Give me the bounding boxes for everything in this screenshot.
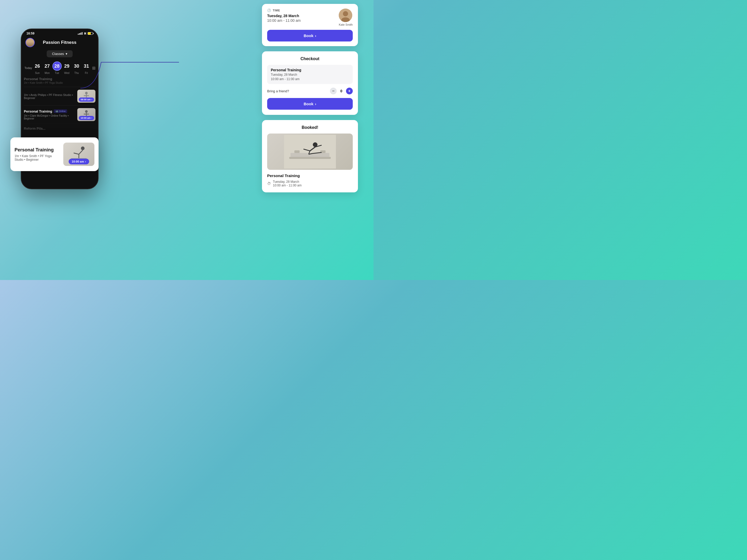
class-thumbnail: 10:00 am ›: [77, 108, 96, 121]
classes-dropdown[interactable]: Classes ▾: [47, 50, 73, 57]
svg-point-0: [85, 92, 88, 95]
svg-rect-21: [290, 153, 329, 157]
class-name: Personal Training: [24, 109, 52, 113]
expanded-class-time: 10:00 am: [72, 160, 84, 163]
trainer-name: Kate Smith: [339, 23, 353, 26]
app-title: Passion Fitness: [37, 40, 82, 45]
svg-point-8: [81, 146, 84, 150]
expanded-thumbnail: 10:00 am ›: [63, 142, 95, 166]
cal-day-28[interactable]: 28 Tue: [52, 61, 62, 74]
cal-day-29[interactable]: 29 Wed: [62, 61, 71, 74]
class-time: 10:00 am: [81, 117, 91, 119]
cal-day-num-28: 28: [52, 61, 62, 71]
booked-class-name: Personal Training: [267, 174, 353, 178]
svg-line-9: [79, 150, 83, 154]
increment-button[interactable]: +: [346, 88, 353, 95]
right-panels: 🕐 TIME Tuesday, 28 March 10:00 am - 11:0…: [262, 4, 358, 192]
class-list: Personal Training 1hr • Kate Smith • PF …: [21, 76, 98, 133]
cal-day-30[interactable]: 30 Thu: [72, 61, 81, 74]
expanded-class-title: Personal Training: [15, 147, 60, 153]
booked-hours: 10:00 am - 11:00 am: [273, 184, 302, 187]
time-date: Tuesday, 28 March: [267, 14, 301, 18]
class-details: 1hr • Kate Smith • PF Yoga Studio: [24, 81, 96, 84]
cal-day-label-26: Sun: [35, 72, 40, 74]
cal-day-label-31: Fri: [85, 72, 88, 74]
booked-date: Tuesday, 28 March: [273, 180, 302, 184]
class-name: Personal Training: [24, 77, 96, 81]
time-label: 🕐 TIME: [267, 8, 301, 12]
chevron-right-icon: ›: [91, 98, 92, 101]
booked-time-row: ⏱ Tuesday, 28 March 10:00 am - 11:00 am: [267, 180, 353, 187]
list-item[interactable]: Reform Pila...: [24, 124, 96, 133]
calendar-strip: Today 26 Sun 27 Mon 28 Tue 29 Wed 30 Thu: [21, 60, 98, 76]
wifi-icon: ⌘: [84, 32, 86, 35]
booked-image: [267, 134, 353, 170]
trainer-avatar: [339, 8, 352, 22]
checkout-item-date: Tuesday, 28 March: [271, 73, 349, 77]
checkout-item-name: Personal Training: [271, 68, 349, 72]
class-time: 08:00 am: [81, 98, 91, 101]
checkout-card: Checkout Personal Training Tuesday, 28 M…: [262, 51, 358, 115]
expanded-class-card[interactable]: Personal Training 1hr • Kate Smith • PF …: [10, 137, 99, 171]
status-bar: 16:59 ⌘: [21, 29, 98, 36]
battery-icon: [88, 32, 93, 35]
time-card-header: 🕐 TIME Tuesday, 28 March 10:00 am - 11:0…: [267, 8, 353, 26]
today-label: Today: [24, 66, 33, 70]
svg-rect-20: [289, 157, 331, 159]
time-label-text: TIME: [273, 9, 280, 12]
online-label: Online: [59, 110, 66, 112]
class-info: Personal Training 1hr • Kate Smith • PF …: [24, 77, 96, 84]
checkout-title: Checkout: [267, 56, 353, 61]
online-badge: 📹 Online: [54, 109, 67, 113]
svg-point-5: [85, 110, 88, 113]
clock-icon: ⏱: [267, 182, 271, 186]
checkout-item: Personal Training Tuesday, 28 March 10:0…: [267, 65, 353, 84]
booked-fitness-svg: [284, 135, 336, 168]
chevron-right-icon: ›: [85, 160, 86, 163]
decrement-button[interactable]: −: [330, 88, 337, 95]
cal-day-num-31: 31: [82, 61, 91, 71]
checkout-book-label: Book: [304, 102, 314, 106]
list-item[interactable]: 1hr • Andy Philips • PF Fitness Studio •…: [24, 87, 96, 105]
time-badge[interactable]: 10:00 am ›: [79, 116, 94, 120]
cal-day-num-26: 26: [33, 61, 42, 71]
cal-day-26[interactable]: 26 Sun: [33, 61, 42, 74]
cal-day-num-29: 29: [62, 61, 71, 71]
expanded-card-info: Personal Training 1hr • Kate Smith • PF …: [15, 147, 60, 161]
time-hours: 10:00 am - 11:00 am: [267, 19, 301, 23]
status-icons: ⌘: [78, 32, 93, 35]
calendar-icon[interactable]: ⊞: [92, 65, 96, 71]
cal-day-label-27: Mon: [45, 72, 50, 74]
cal-day-num-30: 30: [72, 61, 81, 71]
book-button[interactable]: Book ›: [267, 30, 353, 42]
class-info: 1hr • Andy Philips • PF Fitness Studio •…: [24, 93, 75, 100]
list-item[interactable]: Personal Training 📹 Online 1hr • Clare M…: [24, 105, 96, 124]
checkout-book-button[interactable]: Book ›: [267, 98, 353, 110]
list-item[interactable]: Personal Training 1hr • Kate Smith • PF …: [24, 76, 96, 87]
class-info: Reform Pila...: [24, 127, 96, 130]
cal-day-31[interactable]: 31 Fri: [82, 61, 91, 74]
dropdown-label: Classes: [52, 52, 64, 56]
trainer-avatar-svg: [339, 8, 352, 22]
svg-point-17: [343, 11, 348, 16]
time-badge[interactable]: 08:00 am ›: [79, 98, 94, 102]
expanded-class-details: 1hr • Kate Smith • PF Yoga Studio • Begi…: [15, 154, 60, 161]
booked-card: Booked! Personal Training: [262, 120, 358, 192]
class-details: 1hr • Andy Philips • PF Fitness Studio •…: [24, 93, 75, 100]
expanded-time-badge[interactable]: 10:00 am ›: [69, 159, 89, 164]
cal-day-27[interactable]: 27 Mon: [43, 61, 52, 74]
calendar-days: 26 Sun 27 Mon 28 Tue 29 Wed 30 Thu 31 Fr…: [33, 61, 91, 74]
clock-time: 16:59: [26, 32, 34, 35]
user-avatar[interactable]: [25, 38, 35, 47]
cal-day-label-28: Tue: [55, 72, 59, 74]
chevron-right-icon: ›: [91, 117, 92, 119]
checkout-item-hours: 10:00 am - 11:00 am: [271, 77, 349, 81]
cal-day-label-30: Thu: [74, 72, 79, 74]
class-info: Personal Training 📹 Online 1hr • Clare M…: [24, 109, 75, 120]
class-name: Reform Pila...: [24, 127, 96, 130]
signal-icon: [78, 32, 82, 35]
chevron-right-icon: ›: [315, 33, 316, 38]
friend-label: Bring a friend?: [267, 89, 289, 93]
booked-title: Booked!: [267, 125, 353, 130]
cal-day-label-29: Wed: [64, 72, 69, 74]
